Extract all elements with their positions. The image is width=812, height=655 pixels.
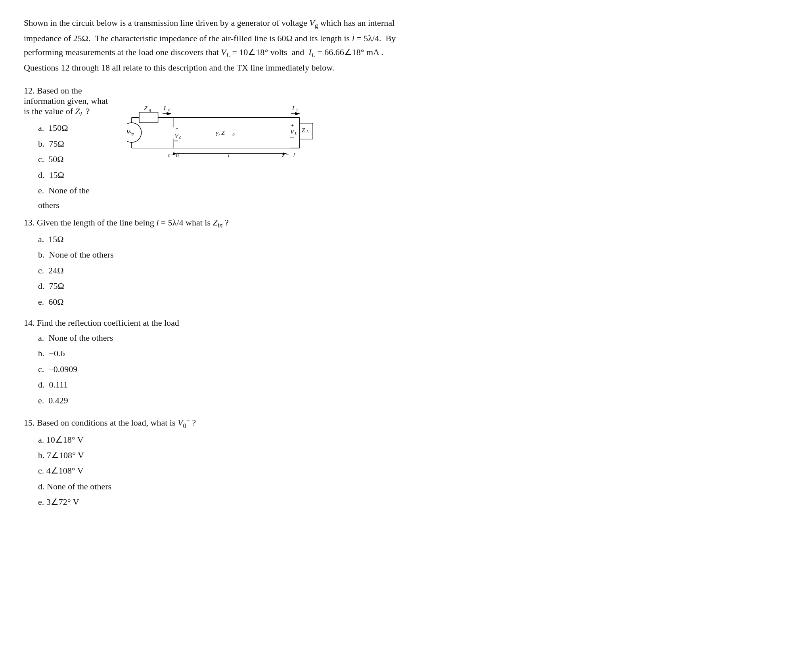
svg-text:Z: Z [144,105,147,111]
q15-title: 15. Based on conditions at the load, wha… [24,416,412,430]
list-item: d. 75Ω [38,279,412,293]
list-item: e. 3∠72° V [38,495,412,509]
list-item: a. 15Ω [38,232,412,246]
list-item: a. None of the others [38,330,412,345]
svg-text:z: z [167,152,170,158]
q12-section: 12. Based on the information given, what… [24,86,412,214]
svg-text:I: I [292,105,295,111]
list-item: a. 150Ω [38,120,111,135]
svg-text:l: l [228,152,230,158]
list-item: b. −0.6 [38,346,412,361]
option-label: d. [38,170,45,180]
option-label: e. [38,185,44,195]
svg-text:g: g [149,108,151,112]
list-item: e. 60Ω [38,294,412,309]
list-item: d. None of the others [38,479,412,494]
option-label: a. [38,123,44,133]
svg-text:γ, Z: γ, Z [216,129,225,136]
list-item: b. 7∠108° V [38,448,412,462]
svg-text:L: L [294,132,297,136]
list-item: a. 10∠18° V [38,432,412,447]
list-item: c. 50Ω [38,152,111,166]
svg-text:L: L [306,130,309,134]
q12-left: 12. Based on the information given, what… [24,86,111,214]
list-item: c. 24Ω [38,263,412,278]
q15-section: 15. Based on conditions at the load, wha… [24,416,412,510]
svg-text:I: I [163,105,166,111]
svg-text:0: 0 [232,132,235,137]
list-item: b. None of the others [38,247,412,262]
svg-text:V: V [174,132,179,139]
svg-text:+: + [175,126,178,132]
svg-text:0: 0 [168,108,170,112]
list-item: c. −0.0909 [38,362,412,376]
svg-text:g: g [132,132,134,136]
svg-text:0: 0 [179,136,182,140]
svg-text:L: L [296,108,299,112]
list-item: d. 15Ω [38,168,111,182]
svg-text:=: = [285,152,289,158]
svg-text:+: + [291,122,294,128]
svg-text:Z: Z [301,127,305,134]
list-item: e. None of the others [38,183,111,213]
q13-title: 13. Given the length of the line being l… [24,218,412,229]
svg-text:= 0: = 0 [171,152,179,158]
list-item: c. 4∠108° V [38,463,412,478]
q12-options: a. 150Ω b. 75Ω c. 50Ω d. 15Ω e. None of … [24,120,111,212]
svg-text:l: l [293,152,295,158]
q15-options: a. 10∠18° V b. 7∠108° V c. 4∠108° V d. N… [24,432,412,510]
q14-options: a. None of the others b. −0.6 c. −0.0909… [24,330,412,408]
svg-text:V: V [290,128,295,135]
circuit-diagram: Z g I 0 I L [127,90,412,177]
option-label: b. [38,139,45,149]
q13-options: a. 15Ω b. None of the others c. 24Ω d. 7… [24,232,412,309]
q13-section: 13. Given the length of the line being l… [24,218,412,309]
svg-text:z: z [282,152,284,158]
q12-title: 12. Based on the information given, what… [24,86,111,118]
q14-title: 14. Find the reflection coefficient at t… [24,318,412,328]
list-item: e. 0.429 [38,393,412,408]
intro-paragraph: Shown in the circuit below is a transmis… [24,16,412,74]
q14-section: 14. Find the reflection coefficient at t… [24,318,412,408]
list-item: d. 0.111 [38,377,412,392]
svg-rect-0 [139,112,158,123]
option-label: c. [38,154,44,164]
list-item: b. 75Ω [38,136,111,151]
